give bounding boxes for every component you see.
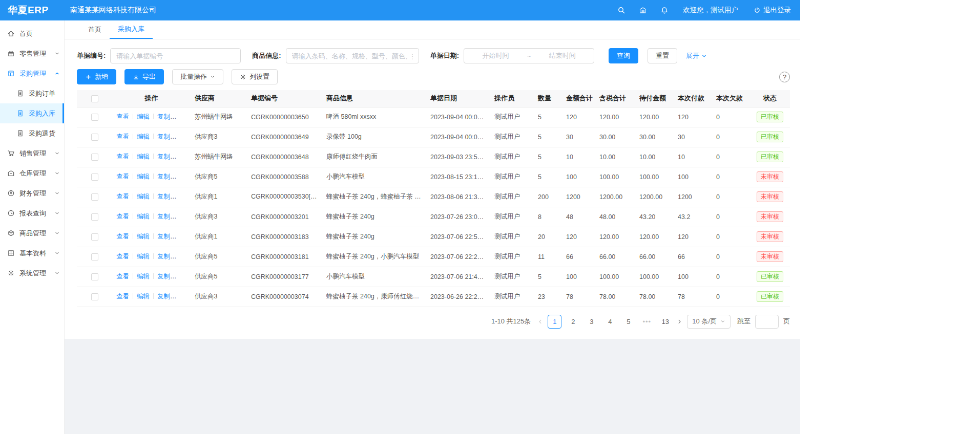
view-link[interactable]: 查看 [116, 173, 129, 180]
row-checkbox[interactable] [91, 173, 98, 181]
copy-link[interactable]: 复制 [157, 213, 177, 220]
sidebar-item-report[interactable]: 报表查询 [0, 203, 64, 223]
export-button[interactable]: 导出 [124, 69, 164, 84]
edit-link[interactable]: 编辑 [137, 273, 150, 280]
page-number-button[interactable]: 4 [603, 315, 617, 329]
sidebar-item-goods[interactable]: 商品管理 [0, 223, 64, 243]
edit-link[interactable]: 编辑 [137, 133, 150, 140]
delete-link[interactable]: 删除 [178, 193, 191, 200]
tab-purchase-inbound[interactable]: 采购入库 [110, 20, 153, 39]
delete-link[interactable]: 删除 [178, 173, 191, 180]
row-checkbox[interactable] [91, 114, 98, 121]
bell-icon[interactable] [660, 6, 669, 14]
logout-button[interactable]: 退出登录 [754, 6, 791, 15]
copy-link[interactable]: 复制 [157, 193, 177, 200]
tab-home[interactable]: 首页 [80, 20, 110, 39]
select-all-checkbox[interactable] [91, 95, 98, 102]
edit-link[interactable]: 编辑 [137, 193, 150, 200]
delete-link[interactable]: 删除 [178, 293, 191, 300]
expand-link[interactable]: 展开 [686, 51, 707, 60]
row-checkbox[interactable] [91, 233, 98, 241]
page-number-button[interactable]: 3 [585, 315, 598, 329]
copy-link[interactable]: 复制 [157, 173, 177, 180]
view-link[interactable]: 查看 [116, 113, 129, 120]
next-page-button[interactable] [677, 319, 682, 324]
bank-icon[interactable] [639, 6, 647, 14]
edit-link[interactable]: 编辑 [137, 293, 150, 300]
delete-link[interactable]: 删除 [178, 133, 191, 140]
edit-link[interactable]: 编辑 [137, 253, 150, 260]
view-link[interactable]: 查看 [116, 213, 129, 220]
sidebar-item-finance[interactable]: 财务管理 [0, 183, 64, 203]
page-number-button[interactable]: 5 [621, 315, 635, 329]
edit-link[interactable]: 编辑 [137, 173, 150, 180]
sidebar-item-basic-data[interactable]: 基本资料 [0, 243, 64, 263]
view-link[interactable]: 查看 [116, 153, 129, 160]
sidebar-item-purchase-order[interactable]: 采购订单 [0, 83, 64, 103]
chevron-down-icon [54, 190, 60, 196]
view-link[interactable]: 查看 [116, 193, 129, 200]
view-link[interactable]: 查看 [116, 253, 129, 260]
page-number-button[interactable]: 2 [566, 315, 580, 329]
edit-link[interactable]: 编辑 [137, 153, 150, 160]
row-checkbox[interactable] [91, 293, 98, 300]
row-checkbox[interactable] [91, 273, 98, 280]
view-link[interactable]: 查看 [116, 233, 129, 240]
row-checkbox[interactable] [91, 193, 98, 201]
copy-link[interactable]: 复制 [157, 253, 177, 260]
page-number-button[interactable]: 1 [548, 315, 561, 329]
sidebar-item-home[interactable]: 首页 [0, 24, 64, 44]
view-link[interactable]: 查看 [116, 293, 129, 300]
jump-page-input[interactable] [755, 315, 779, 329]
copy-link[interactable]: 复制 [157, 233, 177, 240]
view-link[interactable]: 查看 [116, 133, 129, 140]
copy-link[interactable]: 复制 [157, 153, 177, 160]
row-checkbox[interactable] [91, 213, 98, 221]
add-button[interactable]: 新增 [77, 69, 116, 84]
search-icon[interactable] [617, 6, 625, 14]
copy-link[interactable]: 复制 [157, 113, 177, 120]
doc-no-input[interactable] [110, 48, 241, 63]
delete-link[interactable]: 删除 [178, 233, 191, 240]
help-icon[interactable]: ? [779, 72, 790, 82]
cell-qty: 5 [534, 147, 562, 167]
column-settings-button[interactable]: 列设置 [232, 69, 278, 84]
sidebar-item-purchase-return[interactable]: 采购退货 [0, 123, 64, 143]
copy-link[interactable]: 复制 [157, 133, 177, 140]
edit-link[interactable]: 编辑 [137, 113, 150, 120]
edit-link[interactable]: 编辑 [137, 233, 150, 240]
date-range-picker[interactable]: 开始时间 ~ 结束时间 [464, 48, 594, 63]
edit-link[interactable]: 编辑 [137, 213, 150, 220]
row-checkbox[interactable] [91, 154, 98, 161]
sidebar-item-purchase[interactable]: 采购管理 [0, 63, 64, 83]
sidebar-item-warehouse[interactable]: 仓库管理 [0, 163, 64, 183]
sidebar-item-purchase-inbound[interactable]: 采购入库 [0, 103, 64, 123]
table-row: 查看编辑复制删除 供应商5 CGRK00000003181 蜂蜜柚子茶 240g… [77, 247, 790, 267]
search-button[interactable]: 查询 [609, 48, 638, 63]
delete-link[interactable]: 删除 [178, 213, 191, 220]
sidebar-item-retail[interactable]: 零售管理 [0, 44, 64, 63]
row-checkbox[interactable] [91, 253, 98, 261]
delete-link[interactable]: 删除 [178, 153, 191, 160]
row-checkbox[interactable] [91, 134, 98, 141]
copy-link[interactable]: 复制 [157, 293, 177, 300]
copy-link[interactable]: 复制 [157, 273, 177, 280]
delete-link[interactable]: 删除 [178, 253, 191, 260]
delete-link[interactable]: 删除 [178, 113, 191, 120]
delete-link[interactable]: 删除 [178, 273, 191, 280]
view-link[interactable]: 查看 [116, 273, 129, 280]
cell-status: 已审核 [750, 287, 790, 307]
cell-tax-total: 30.00 [595, 127, 635, 147]
sidebar-item-label: 基本资料 [19, 249, 46, 258]
product-info-input[interactable] [286, 48, 419, 63]
page-size-select[interactable]: 10 条/页 [687, 315, 731, 329]
reset-button[interactable]: 重置 [648, 48, 677, 63]
cell-product: 蜂蜜柚子茶 240g，蜂蜜柚子茶 240... [322, 187, 426, 207]
cell-date: 2023-06-26 22:24:04 [426, 287, 490, 307]
page-number-button[interactable]: 13 [658, 315, 672, 329]
prev-page-button[interactable] [537, 319, 543, 324]
sidebar-item-sales[interactable]: 销售管理 [0, 143, 64, 163]
batch-actions-button[interactable]: 批量操作 [172, 69, 223, 84]
sidebar-item-system[interactable]: 系统管理 [0, 263, 64, 283]
page-number-button[interactable]: ••• [640, 315, 654, 329]
